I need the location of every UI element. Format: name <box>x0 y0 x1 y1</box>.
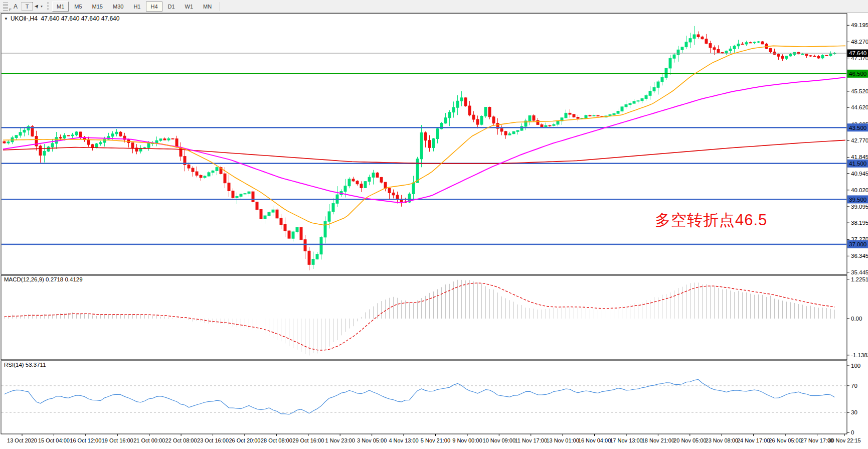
chart-title[interactable]: ▼UKOil-,H4 47.640 47.640 47.640 47.640 <box>4 15 119 22</box>
candle-body <box>737 44 740 46</box>
level-price-label: 37.000 <box>849 241 866 247</box>
timeframe-m1-button[interactable]: M1 <box>52 2 69 12</box>
candle-body <box>316 254 318 259</box>
candle-body <box>789 54 792 56</box>
candle-body <box>468 106 471 115</box>
time-tick-label: 1 Nov 23:00 <box>325 437 355 443</box>
candle-body <box>488 107 491 117</box>
candle-body <box>753 42 756 43</box>
candle-body <box>111 134 114 136</box>
objects-tool-icon[interactable]: ➤ ▾ <box>34 2 44 12</box>
candle-body <box>39 146 42 156</box>
candle-body <box>573 114 575 117</box>
candle-body <box>59 137 62 138</box>
candle-body <box>569 113 571 114</box>
level-price-label: 46.500 <box>849 71 866 77</box>
timeframe-h4-button[interactable]: H4 <box>146 2 162 12</box>
candle-body <box>392 193 395 195</box>
time-tick-label: 16 Oct 12:00 <box>70 437 101 443</box>
ohlc-values: 47.640 47.640 47.640 47.640 <box>41 15 120 22</box>
toolbar-separator <box>47 2 49 11</box>
candle-body <box>228 183 230 191</box>
candle-body <box>452 107 455 112</box>
rsi-panel[interactable] <box>1 361 847 434</box>
candle-body <box>508 134 511 135</box>
rsi-tick-label: 100 <box>851 363 860 369</box>
price-tick-label: 41.845 <box>851 154 868 160</box>
price-tick-label: 36.345 <box>851 253 868 259</box>
price-tick-label: 40.020 <box>851 187 868 193</box>
time-tick-label: 24 Nov 17:00 <box>737 437 770 443</box>
candle-body <box>745 43 748 44</box>
candle-body <box>805 54 808 56</box>
candle-body <box>593 115 595 116</box>
time-axis[interactable]: 13 Oct 202015 Oct 04:0016 Oct 12:0019 Oc… <box>7 434 861 443</box>
candle-body <box>585 115 587 118</box>
price-tick-label: 39.095 <box>851 204 868 210</box>
candle-body <box>412 183 415 194</box>
candle-body <box>216 168 218 171</box>
candle-body <box>308 251 310 264</box>
time-tick-label: 28 Oct 08:00 <box>261 437 292 443</box>
candle-body <box>613 113 615 115</box>
candle-body <box>685 42 687 47</box>
text-label-tool-icon[interactable]: T <box>22 2 33 11</box>
candle-body <box>159 139 162 140</box>
chart-canvas[interactable]: 49.19548.27047.37045.52044.62043.68542.7… <box>0 13 868 449</box>
candle-body <box>296 227 298 232</box>
time-tick-label: 26 Oct 20:00 <box>229 437 260 443</box>
price-axis[interactable]: 49.19548.27047.37045.52044.62043.68542.7… <box>847 22 868 275</box>
text-tool-icon[interactable]: A <box>11 2 21 12</box>
timeframe-d1-button[interactable]: D1 <box>163 2 180 12</box>
candle-body <box>224 174 226 183</box>
candle-body <box>264 216 266 219</box>
candle-body <box>825 55 828 56</box>
candle-body <box>304 240 306 251</box>
timeframe-w1-button[interactable]: W1 <box>181 2 198 12</box>
chart-dropdown-icon[interactable]: ▼ <box>4 17 8 21</box>
candle-body <box>147 143 150 147</box>
macd-panel[interactable] <box>1 275 847 360</box>
candle-body <box>212 171 214 172</box>
candle-body <box>163 139 166 140</box>
candle-body <box>284 225 286 231</box>
candle-body <box>360 184 363 188</box>
timeframe-mn-button[interactable]: MN <box>199 2 216 12</box>
candle-body <box>665 68 667 78</box>
candle-body <box>428 140 431 148</box>
chart-annotation-text[interactable]: 多空转折点46.5 <box>655 210 767 231</box>
rsi-tick-label: 30 <box>851 409 857 415</box>
candle-body <box>713 48 716 50</box>
current-price-label: 47.640 <box>849 50 866 56</box>
candle-body <box>577 117 579 119</box>
candle-body <box>757 42 760 42</box>
timeframe-h1-button[interactable]: H1 <box>129 2 145 12</box>
candle-body <box>167 138 170 140</box>
toolbar-drag-handle-icon[interactable]: F <box>3 3 8 11</box>
main-price-panel[interactable] <box>1 14 847 274</box>
candle-body <box>460 98 463 101</box>
cursor-arrow-icon: ➤ <box>33 3 41 10</box>
candle-body <box>208 173 210 176</box>
candle-body <box>324 221 326 237</box>
candle-body <box>91 144 94 147</box>
level-price-label: 43.500 <box>849 125 866 131</box>
candle-body <box>529 116 531 121</box>
timeframe-m30-button[interactable]: M30 <box>108 2 128 12</box>
candle-body <box>240 194 242 197</box>
candle-body <box>813 56 816 57</box>
timeframe-m5-button[interactable]: M5 <box>70 2 86 12</box>
chart-window[interactable]: 49.19548.27047.37045.52044.62043.68542.7… <box>0 13 868 449</box>
candle-body <box>244 194 246 194</box>
time-tick-label: 16 Nov 04:00 <box>578 437 611 443</box>
candle-body <box>344 186 346 192</box>
candle-body <box>372 173 375 178</box>
candle-body <box>785 56 788 59</box>
time-tick-label: 4 Nov 13:00 <box>389 437 418 443</box>
timeframe-m15-button[interactable]: M15 <box>88 2 107 12</box>
candle-body <box>388 188 391 193</box>
candle-body <box>609 115 611 116</box>
candle-body <box>533 116 535 120</box>
candle-body <box>641 99 643 101</box>
candle-body <box>416 159 419 183</box>
